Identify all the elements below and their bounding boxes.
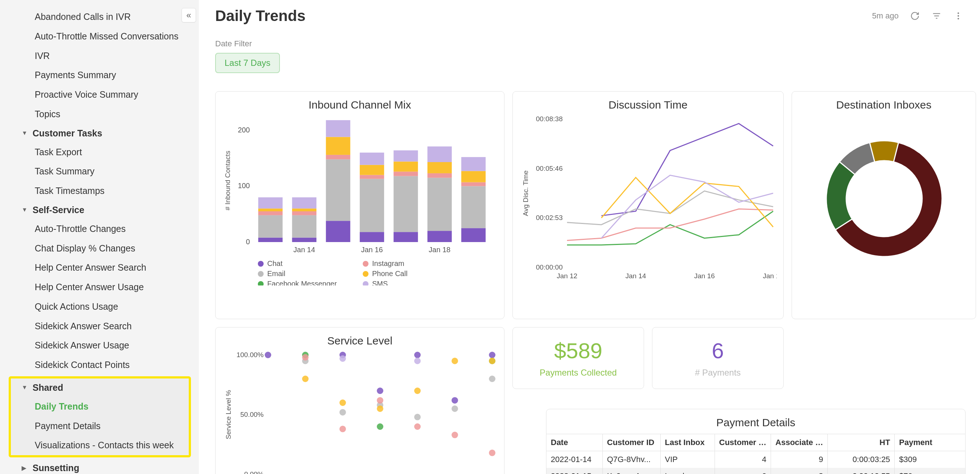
filter-icon[interactable] [931,11,942,21]
sidebar-group-header[interactable]: ▶Sunsetting [0,459,199,474]
sidebar-item[interactable]: Payments Summary [0,65,199,85]
svg-rect-13 [258,208,282,211]
table-cell: 4 [714,451,771,468]
svg-rect-25 [360,232,384,242]
inbound-channel-mix-chart: 0100200# Inbound ContactsJan 14Jan 16Jan… [223,115,498,286]
sidebar-item[interactable]: Task Timestamps [0,181,199,201]
table-cell: 2022-01-15 [546,468,603,474]
table-header[interactable]: Customer … [714,434,771,451]
table-cell: 0:00:10:55 [828,468,895,474]
sidebar-item[interactable]: Payment Details [11,417,189,436]
sidebar-item[interactable]: Abandoned Calls in IVR [0,7,199,27]
table-cell: 0:00:03:25 [828,451,895,468]
svg-rect-43 [461,171,486,182]
svg-point-93 [340,409,346,415]
refresh-icon[interactable] [910,11,920,21]
svg-rect-19 [292,197,317,208]
svg-point-63 [258,271,264,277]
sidebar-item[interactable]: Task Summary [0,162,199,181]
table-cell: $309 [895,451,965,468]
svg-rect-21 [326,159,350,221]
table-header[interactable]: HT [828,434,895,451]
svg-text:50.00%: 50.00% [240,411,264,418]
svg-text:Jan 18: Jan 18 [763,272,777,280]
sidebar-item[interactable]: Proactive Voice Summary [0,85,199,105]
table-row[interactable]: 2022-01-15Kz0nwpA...Legal680:00:10:55$76 [546,468,965,474]
sidebar-group-header[interactable]: ▼Customer Tasks [0,124,199,142]
table-cell: 9 [771,451,828,468]
svg-point-102 [340,426,346,433]
sidebar-item[interactable]: Help Center Answer Search [0,258,199,278]
table-header[interactable]: Customer ID [603,434,660,451]
svg-rect-27 [360,175,384,179]
sidebar-item[interactable]: Task Export [0,142,199,162]
svg-point-88 [377,388,383,394]
sidebar-item[interactable]: Sidekick Answer Usage [0,336,199,355]
sidebar-item[interactable]: IVR [0,46,199,66]
sidebar-item[interactable]: Topics [0,105,199,124]
svg-point-61 [258,261,264,267]
sidebar: « Abandoned Calls in IVRAuto-Throttle Mi… [0,0,199,474]
svg-rect-40 [461,228,486,242]
payments-collected-kpi: $589 Payments Collected [512,327,644,389]
sidebar-item[interactable]: Chat Display % Changes [0,239,199,259]
svg-rect-17 [292,211,317,215]
sidebar-group-label: Customer Tasks [33,128,102,139]
service-level-chart: 0.00%50.00%100.00%Service Level %Jan 12J… [223,351,498,474]
sidebar-group-header[interactable]: ▼Self-Service [0,201,199,219]
payment-details-table: DateCustomer IDLast InboxCustomer …Assoc… [546,434,965,474]
table-header[interactable]: Last Inbox [660,434,714,451]
svg-rect-10 [258,238,282,242]
svg-rect-36 [428,178,452,231]
sidebar-item[interactable]: Sidekick Answer Search [0,317,199,336]
svg-point-99 [377,423,383,430]
svg-rect-28 [360,165,384,175]
table-cell: 6 [714,468,771,474]
sidebar-collapse-button[interactable]: « [181,8,196,22]
svg-point-101 [302,354,309,361]
sidebar-group-header[interactable]: ▼Shared [11,378,189,397]
sidebar-item[interactable]: Auto-Throttle Missed Conversations [0,27,199,46]
svg-point-107 [302,375,309,382]
table-cell: VIP [660,451,714,468]
caret-down-icon: ▼ [22,130,27,136]
svg-rect-24 [326,120,350,137]
svg-point-103 [377,397,383,404]
table-header[interactable]: Payment [895,434,965,451]
sidebar-item[interactable]: Auto-Throttle Changes [0,219,199,239]
table-row[interactable]: 2022-01-14Q7G-8Vhv...VIP490:00:03:25$309 [546,451,965,468]
svg-point-114 [414,358,420,364]
table-title: Payment Details [546,417,965,429]
date-filter-chip[interactable]: Last 7 Days [215,53,280,73]
svg-point-111 [452,358,458,364]
sidebar-item[interactable]: Help Center Answer Usage [0,278,199,297]
sidebar-item[interactable]: Visualizations - Contacts this week [11,436,189,455]
chart-title: Destination Inboxes [799,99,969,111]
chart-title: Discussion Time [520,99,776,111]
svg-text:200: 200 [238,126,250,134]
svg-point-4 [958,15,959,17]
table-header[interactable]: Associate … [771,434,828,451]
page-title: Daily Trends [215,7,305,25]
svg-text:00:00:00: 00:00:00 [536,263,563,271]
svg-point-112 [489,358,495,364]
sidebar-item[interactable]: Daily Trends [11,397,189,417]
svg-rect-18 [292,208,317,211]
service-level-card: Service Level 0.00%50.00%100.00%Service … [215,327,504,474]
svg-text:Jan 18: Jan 18 [429,246,450,254]
table-cell: 8 [771,468,828,474]
table-header[interactable]: Date [546,434,603,451]
svg-rect-23 [326,137,350,155]
more-icon[interactable] [953,11,964,21]
svg-text:# Inbound Contacts: # Inbound Contacts [224,151,231,211]
sidebar-item[interactable]: Sidekick Contact Points [0,355,199,375]
sidebar-group-label: Shared [33,383,63,393]
sidebar-item[interactable]: Quick Actions Usage [0,297,199,317]
table-cell: Kz0nwpA... [603,468,660,474]
svg-text:Phone Call: Phone Call [372,270,407,278]
svg-point-91 [489,352,495,358]
svg-rect-14 [258,197,282,208]
svg-text:Avg Disc. Time: Avg Disc. Time [522,171,530,216]
svg-rect-41 [461,186,486,228]
svg-rect-29 [360,153,384,165]
